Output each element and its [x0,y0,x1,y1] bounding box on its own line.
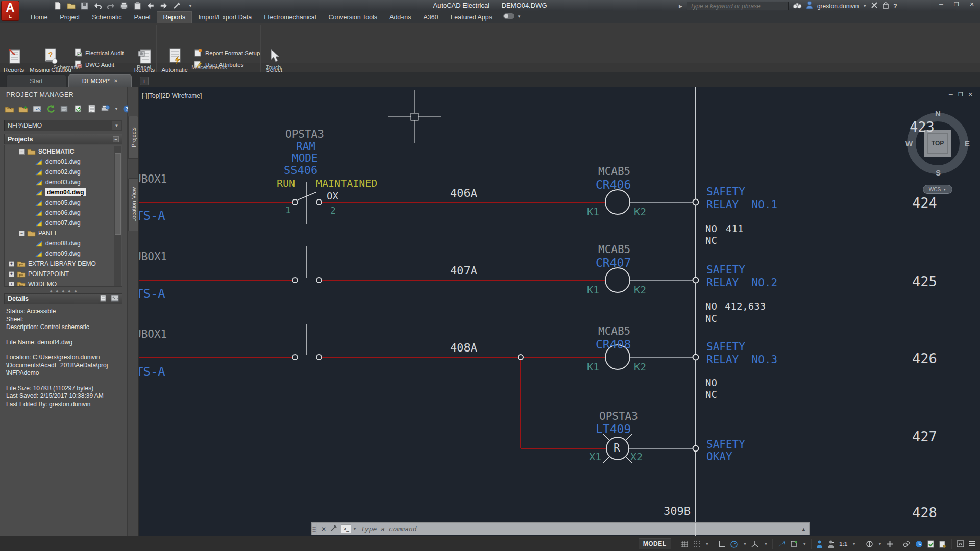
source-arrow-tag[interactable]: UBOX1 [139,173,167,185]
plot-menu-chevron-icon[interactable]: ▼ [114,107,118,111]
wcs-selector[interactable]: WCS ▼ [923,185,952,194]
component-location[interactable]: OPSTA3 [285,128,324,140]
tree-item-demo03[interactable]: demo03.dwg [5,177,81,187]
autoscale-button[interactable] [827,540,835,548]
coil-tag[interactable]: CR407 [596,256,631,269]
terminal-number[interactable]: 2 [330,205,336,216]
ladder-line-number[interactable]: 424 [912,195,937,211]
coil-terminal[interactable]: K1 [587,284,599,296]
file-tab-close-icon[interactable]: ✕ [114,78,118,84]
annotation-monitor-button[interactable] [887,541,893,547]
drawing-list-report-icon[interactable] [87,104,97,114]
contact-xref-no[interactable]: NO [705,223,717,234]
contact-xref-nc[interactable]: NC [705,389,717,400]
command-line-bar[interactable]: ●●●●●● ✕ >_ ▼ Type a command ▲ [311,522,810,535]
workspace-tool-icon[interactable] [173,1,182,10]
expand-box-icon[interactable]: + [9,282,14,287]
contact-xref-nc[interactable]: NC [705,235,717,246]
search-input[interactable] [687,2,789,10]
rung-description[interactable]: SAFETY [706,341,745,353]
ladder-line-number[interactable]: 426 [912,350,937,366]
object-snap-button[interactable] [790,540,798,547]
contact-xref-no[interactable]: NO [705,377,717,388]
refresh-project-icon[interactable] [45,104,56,114]
group-label-schematic[interactable]: Schematic [31,64,102,70]
viewcube-west[interactable]: W [905,139,913,148]
ribbon-display-toggle-icon[interactable] [503,12,514,21]
command-recent-icon[interactable]: >_ [341,524,351,533]
group-label-miscellaneous[interactable]: Miscellaneous [174,64,245,70]
command-input[interactable]: Type a command [361,525,417,533]
group-label-panel[interactable]: Panel [132,64,156,70]
infocenter-expand-icon[interactable]: ▶ [679,4,682,9]
coil-terminal[interactable]: K2 [634,284,646,296]
electrical-audit-button[interactable]: Electrical Audit [75,48,124,58]
minimize-button[interactable]: ─ [936,1,946,8]
app-store-icon[interactable] [882,2,889,11]
update-drawings-icon[interactable] [73,104,83,114]
plot-icon[interactable] [119,1,129,10]
user-menu-chevron-icon[interactable]: ▼ [863,4,867,8]
tab-featured-apps[interactable]: Featured Apps [445,12,498,23]
close-button[interactable]: ✕ [967,1,977,8]
wire-number[interactable]: 309B [664,505,691,517]
polar-tracking-button[interactable] [730,540,738,548]
exchange-apps-icon[interactable] [871,2,878,11]
annotation-scale-value[interactable]: 1:1 [839,541,847,547]
workspace-switching-button[interactable] [866,540,873,548]
pilot-light-letter[interactable]: R [614,442,620,454]
user-avatar-icon[interactable] [806,1,813,11]
open-file-icon[interactable] [66,1,76,10]
isoplane-chevron-icon[interactable]: ▼ [764,542,768,546]
signed-in-user[interactable]: greston.dunivin [817,3,859,10]
expand-box-icon[interactable]: + [9,271,14,277]
file-tab-start[interactable]: Start [6,74,66,87]
units-button[interactable] [903,540,911,547]
group-label-touch[interactable]: Touch [261,64,286,70]
save-icon[interactable] [80,1,89,10]
model-space-button[interactable]: MODEL [639,538,671,549]
tab-reports[interactable]: Reports [157,11,192,23]
isoplane-button[interactable] [751,540,759,548]
panel-location[interactable]: MCAB5 [598,165,630,178]
tree-item-demo04-selected[interactable]: demo04.dwg [5,187,86,197]
rung-description[interactable]: SAFETY [706,438,745,450]
coil-terminal[interactable]: K2 [634,206,646,218]
ortho-mode-button[interactable] [719,541,725,547]
contact-xref-no[interactable]: NO [705,300,717,312]
doc-close-icon[interactable]: ✕ [968,91,973,98]
terminal-number[interactable]: 1 [285,205,291,215]
details-preview-icon[interactable] [100,295,108,303]
ladder-line-number[interactable]: 423 [910,119,935,135]
projects-collapse-icon[interactable]: − [113,136,119,142]
contact-xref-nc[interactable]: NC [705,313,717,324]
tree-item-demo08[interactable]: demo08.dwg [5,238,81,248]
terminal-strip-tag[interactable]: TS-A [139,209,165,223]
tab-panel[interactable]: Panel [128,12,157,23]
panel-location[interactable]: MCAB5 [598,243,630,256]
paste-icon[interactable] [133,1,142,10]
tab-a360[interactable]: A360 [417,12,444,23]
lamp-terminal[interactable]: X2 [630,450,643,463]
source-arrow-tag[interactable]: UBOX1 [139,251,167,263]
command-expand-icon[interactable]: ▲ [801,527,809,532]
help-icon[interactable]: ? [893,3,897,10]
projects-section-header[interactable]: Projects − [4,134,122,144]
trusted-locations-button[interactable] [939,540,947,548]
schematic-reports-button[interactable]: Reports [1,47,27,73]
contact-state-label[interactable]: OX [327,190,338,202]
tree-project-wddemo[interactable]: + WDDEMO [5,279,57,287]
rung-description[interactable]: RELAY NO.3 [706,354,777,366]
snap-chevron-icon[interactable]: ▼ [705,542,709,546]
annotation-visibility-button[interactable] [816,540,823,548]
project-image-icon[interactable] [32,104,42,114]
object-snap-tracking-button[interactable] [777,541,786,547]
switch-position-label[interactable]: MAINTAINED [316,177,377,189]
tree-item-demo06[interactable]: demo06.dwg [5,208,81,218]
application-menu-button[interactable]: AE [1,1,19,21]
tab-home[interactable]: Home [24,12,54,23]
panel-location[interactable]: MCAB5 [598,325,630,337]
ribbon-display-chevron-icon[interactable]: ▼ [517,14,521,19]
plot-project-icon[interactable] [101,104,111,114]
tab-electromechanical[interactable]: Electromechanical [258,12,322,23]
